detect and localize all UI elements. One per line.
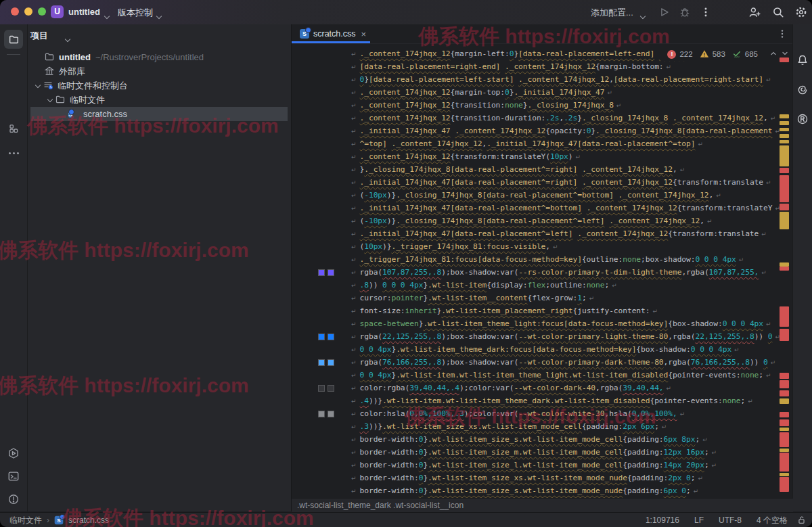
project-tree[interactable]: untitled~/RustroverProjects/untitled外部库临… [28, 24, 291, 511]
code-line-21[interactable]: font-size:inherit}.wt-list-item_placemen… [351, 304, 793, 317]
tree-item-scratch-css[interactable]: Sscratch.css [30, 107, 288, 121]
code-editor[interactable]: ._content_174jhqx_12{margin-left:0}[data… [292, 44, 793, 498]
color-preview-swatch[interactable] [318, 385, 325, 392]
tab-options-kebab-icon[interactable] [777, 28, 788, 42]
error-stripe-mark[interactable] [780, 477, 789, 492]
close-icon[interactable]: × [361, 29, 367, 39]
line-separator[interactable]: LF [694, 515, 704, 525]
statusbar-scope[interactable]: 临时文件 [9, 515, 42, 526]
warning-stripe-mark[interactable] [780, 134, 789, 138]
color-preview-swatch[interactable] [318, 359, 325, 366]
code-line-34[interactable]: border-width:0}.wt-list-item_size_xs.wt-… [351, 472, 793, 484]
project-name-menu[interactable]: untitled [68, 7, 100, 17]
code-line-30[interactable]: .3))}.wt-list-item_size_xs.wt-list-item_… [351, 420, 793, 433]
code-line-20[interactable]: cursor:pointer}.wt-list-item__content{fl… [351, 292, 793, 304]
error-stripe-mark[interactable] [780, 453, 789, 472]
prev-problem-chevron-up-icon[interactable] [769, 49, 777, 59]
close-window-button[interactable] [11, 7, 19, 16]
code-line-28[interactable]: .4))}.wt-list-item.wt-list-item_theme_da… [351, 394, 793, 407]
error-stripe-mark[interactable] [780, 175, 789, 202]
code-line-8[interactable]: ^=top] ._content_174jhqx_12,._initial_17… [351, 137, 793, 150]
error-stripe-mark[interactable] [780, 380, 789, 388]
code-line-15[interactable]: ._initial_174jhqx_47[data-real-placement… [351, 227, 793, 240]
code-line-6[interactable]: ._content_174jhqx_12{transition-duration… [351, 112, 793, 124]
code-line-31[interactable]: border-width:0}.wt-list-item_size_s.wt-l… [351, 433, 793, 446]
search-everywhere-button[interactable] [772, 6, 784, 18]
error-stripe-mark[interactable] [780, 306, 789, 327]
tree-item-row-2[interactable]: 临时文件和控制台 [30, 78, 288, 93]
code-line-10[interactable]: }._closing_174jhqx_8[data-real-placement… [351, 163, 793, 176]
code-line-3[interactable]: 0}[data-real-placement=left-start] ._con… [351, 73, 793, 86]
settings-button[interactable] [795, 6, 807, 18]
code-line-18[interactable]: rgba(107,87,255,.8);box-shadow:var(--rs-… [351, 266, 793, 279]
color-preview-swatch[interactable] [328, 269, 334, 276]
tree-item-row-1[interactable]: 外部库 [30, 64, 288, 78]
color-preview-swatch[interactable] [328, 385, 334, 392]
more-toolwindows-button[interactable] [4, 143, 23, 162]
code-line-33[interactable]: border-width:0}.wt-list-item_size_l.wt-l… [351, 459, 793, 472]
error-stripe-mark[interactable] [780, 267, 789, 271]
project-toolwindow-button[interactable] [4, 30, 23, 49]
warning-stripe-mark[interactable] [780, 145, 789, 166]
code-line-5[interactable]: ._content_174jhqx_12{transition:none}._c… [351, 99, 793, 112]
error-stripe-mark[interactable] [780, 432, 789, 447]
file-encoding[interactable]: UTF-8 [719, 515, 742, 525]
code-line-12[interactable]: (-10px)}._closing_174jhqx_8[data-real-pl… [351, 189, 793, 202]
error-stripe-mark[interactable] [780, 412, 789, 417]
code-line-29[interactable]: color:hsla(0,0%,100%,.3);color:var(--wt-… [351, 407, 793, 420]
code-line-9[interactable]: ._content_174jhqx_12{transform:translate… [351, 150, 793, 163]
tab-scratch-css[interactable]: S scratch.css × [292, 24, 370, 43]
indent-style[interactable]: 4 个空格 [757, 515, 788, 526]
error-stripe-mark[interactable] [780, 58, 789, 62]
code-line-2[interactable]: [data-real-placement=right-end] ._conten… [351, 60, 793, 73]
code-line-35[interactable]: border-width:0}.wt-list-item_size_s.wt-l… [351, 484, 793, 497]
warning-stripe-mark[interactable] [780, 128, 789, 131]
color-preview-swatch[interactable] [328, 411, 334, 417]
error-stripe-mark[interactable] [780, 168, 789, 173]
color-preview-swatch[interactable] [318, 334, 325, 340]
warning-stripe-mark[interactable] [780, 140, 789, 143]
code-line-25[interactable]: rgba(76,166,255,.8);box-shadow:var(--wt-… [351, 356, 793, 369]
tree-item-row-3[interactable]: 临时文件 [30, 93, 288, 107]
code-line-27[interactable]: color:rgba(39,40,44,.4);color:var(--wt-c… [351, 382, 793, 394]
code-line-32[interactable]: border-width:0}.wt-list-item_size_m.wt-l… [351, 446, 793, 459]
rust-toolwindow-button[interactable] [796, 113, 809, 125]
code-line-14[interactable]: (-10px)}._closing_174jhqx_8[data-real-pl… [351, 214, 793, 227]
code-line-17[interactable]: ._trigger_174jhqx_81:focus[data-focus-me… [351, 253, 793, 266]
error-stripe-mark[interactable] [780, 204, 789, 210]
error-stripe-mark[interactable] [780, 329, 789, 341]
color-preview-swatch[interactable] [328, 334, 334, 340]
warning-stripe-mark[interactable] [780, 121, 789, 125]
code-line-22[interactable]: space-between}.wt-list-item_theme_light:… [351, 317, 793, 330]
code-line-11[interactable]: ._initial_174jhqx_47[data-real-placement… [351, 176, 793, 189]
more-actions-button[interactable] [700, 6, 712, 18]
inspections-widget[interactable]: ! 222 583 685 [660, 47, 793, 61]
warning-stripe-mark[interactable] [780, 473, 789, 476]
statusbar-breadcrumb[interactable]: 临时文件 › S scratch.css [9, 513, 109, 527]
vcs-menu[interactable]: 版本控制 [118, 7, 153, 19]
code-line-23[interactable]: rgba(22,125,255,.8);box-shadow:var(--wt-… [351, 330, 793, 343]
minimize-window-button[interactable] [24, 7, 32, 16]
warning-stripe-mark[interactable] [780, 398, 789, 404]
terminal-toolwindow-button[interactable] [4, 467, 23, 486]
tree-item-row-0[interactable]: untitled~/RustroverProjects/untitled [30, 50, 288, 64]
chevron-down-icon[interactable] [45, 95, 55, 105]
notifications-bell-button[interactable] [796, 54, 809, 66]
code-line-4[interactable]: ._content_174jhqx_12{margin-top:0}._init… [351, 86, 793, 99]
breadcrumb[interactable]: .wt-social-list_theme_dark .wt-social-li… [292, 498, 793, 512]
structure-toolwindow-button[interactable] [4, 119, 23, 138]
run-configuration-select[interactable]: 添加配置... [591, 7, 633, 19]
code-line-19[interactable]: .8)) 0 0 0 4px}.wt-list-item{display:fle… [351, 279, 793, 292]
warning-stripe-mark[interactable] [780, 449, 789, 452]
color-preview-swatch[interactable] [318, 269, 325, 276]
code-line-24[interactable]: 0 0 4px}.wt-list-item_theme_dark:focus[d… [351, 343, 793, 356]
code-line-13[interactable]: ._initial_174jhqx_47[data-real-placement… [351, 202, 793, 214]
statusbar-filename[interactable]: scratch.css [68, 515, 109, 525]
zoom-window-button[interactable] [38, 7, 46, 16]
problems-toolwindow-button[interactable] [4, 490, 23, 509]
caret-position[interactable]: 1:109716 [646, 515, 679, 525]
run-button[interactable] [658, 6, 670, 18]
services-toolwindow-button[interactable] [4, 444, 23, 463]
error-stripe-mark[interactable] [780, 419, 789, 426]
chevron-down-icon[interactable] [33, 81, 43, 91]
